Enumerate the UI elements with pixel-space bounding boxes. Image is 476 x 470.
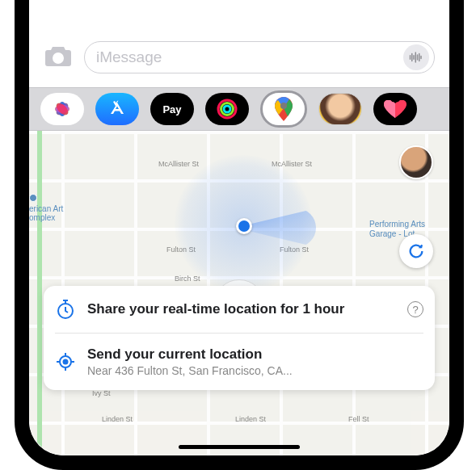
imessage-app-drawer[interactable]: Pay xyxy=(29,87,449,131)
screen: iMessage xyxy=(29,0,449,455)
voice-message-button[interactable] xyxy=(403,44,429,70)
account-avatar[interactable] xyxy=(399,145,433,179)
street-label: Linden St xyxy=(235,415,266,423)
timer-icon xyxy=(55,299,76,320)
send-current-title: Send your current location xyxy=(87,346,423,363)
app-googlemaps-selected[interactable] xyxy=(260,90,307,128)
applepay-icon: Pay xyxy=(162,103,181,115)
app-fitness[interactable] xyxy=(205,93,249,125)
location-share-card: Share your real-time location for 1 hour… xyxy=(44,286,435,390)
camera-icon[interactable] xyxy=(44,44,73,71)
street-label: Linden St xyxy=(102,415,133,423)
svg-point-14 xyxy=(64,360,68,364)
phone-frame: iMessage xyxy=(15,0,464,470)
refresh-icon xyxy=(407,242,425,260)
share-realtime-row[interactable]: Share your real-time location for 1 hour… xyxy=(44,286,435,333)
help-icon[interactable]: ? xyxy=(407,301,423,317)
map-view[interactable]: McAllister St McAllister St Fulton St Fu… xyxy=(29,131,449,455)
street-label: McAllister St xyxy=(158,160,199,168)
home-indicator[interactable] xyxy=(179,445,300,449)
app-memoji[interactable] xyxy=(318,93,362,125)
googlemaps-icon xyxy=(275,97,293,121)
share-realtime-title: Share your real-time location for 1 hour xyxy=(87,301,396,317)
app-applepay[interactable]: Pay xyxy=(150,93,194,125)
refresh-button[interactable] xyxy=(399,234,433,268)
send-current-subtitle: Near 436 Fulton St, San Francisco, CA... xyxy=(87,364,423,377)
target-location-icon xyxy=(55,351,76,372)
compose-row: iMessage xyxy=(29,39,449,76)
current-location-dot xyxy=(236,218,252,234)
send-current-row[interactable]: Send your current location Near 436 Fult… xyxy=(44,334,435,390)
app-appstore[interactable] xyxy=(95,93,139,125)
poi-label: erican Art omplex xyxy=(29,194,63,223)
imessage-placeholder: iMessage xyxy=(96,48,403,66)
street-label: Fell St xyxy=(348,415,369,423)
app-health[interactable] xyxy=(373,93,417,125)
svg-point-10 xyxy=(224,106,230,112)
street-label: Ivy St xyxy=(92,389,111,397)
street-label: Birch St xyxy=(175,275,200,283)
app-photos[interactable] xyxy=(40,93,84,125)
svg-point-11 xyxy=(280,103,287,109)
imessage-field[interactable]: iMessage xyxy=(84,41,435,73)
